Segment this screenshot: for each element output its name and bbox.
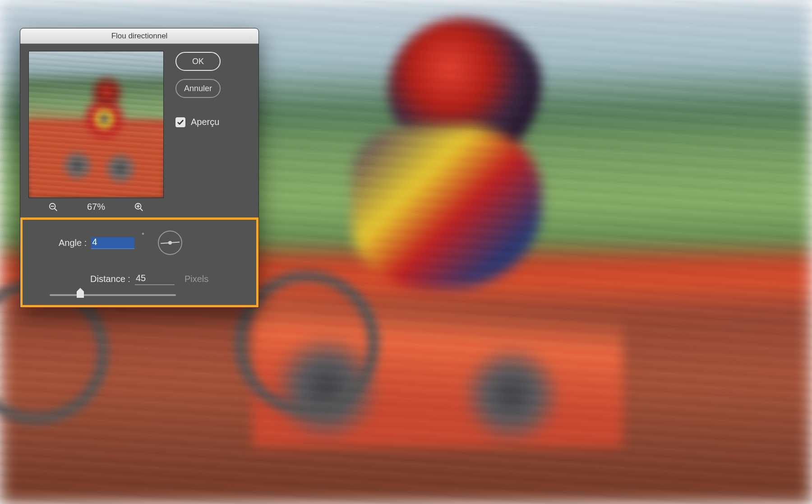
svg-line-4 (140, 208, 143, 211)
ok-button[interactable]: OK (175, 52, 221, 71)
distance-unit-label: Pixels (185, 274, 208, 284)
angle-input[interactable] (91, 237, 134, 249)
dialog-titlebar[interactable]: Flou directionnel (20, 28, 258, 44)
filter-preview-thumbnail[interactable] (28, 51, 164, 198)
preview-checkbox-label: Aperçu (191, 117, 219, 127)
cancel-button-label: Annuler (184, 84, 212, 93)
distance-slider-track (50, 294, 176, 296)
blur-controls-highlight: Angle : ° Distance : Pixels (20, 217, 258, 307)
preview-checkbox[interactable] (175, 117, 185, 127)
dialog-title: Flou directionnel (111, 32, 168, 41)
distance-label: Distance : (90, 274, 130, 284)
distance-slider[interactable] (50, 294, 176, 296)
angle-dial[interactable] (158, 231, 182, 255)
motion-blur-dialog: Flou directionnel 67% (20, 28, 259, 308)
zoom-in-button[interactable] (134, 202, 144, 212)
zoom-out-button[interactable] (48, 202, 58, 212)
zoom-percent-label: 67% (87, 202, 105, 212)
svg-line-1 (55, 208, 57, 211)
ok-button-label: OK (192, 57, 204, 66)
angle-label: Angle : (59, 238, 87, 248)
distance-slider-thumb[interactable] (77, 291, 84, 298)
distance-input[interactable] (135, 273, 175, 285)
angle-degree-symbol: ° (142, 231, 144, 239)
cancel-button[interactable]: Annuler (175, 79, 221, 98)
